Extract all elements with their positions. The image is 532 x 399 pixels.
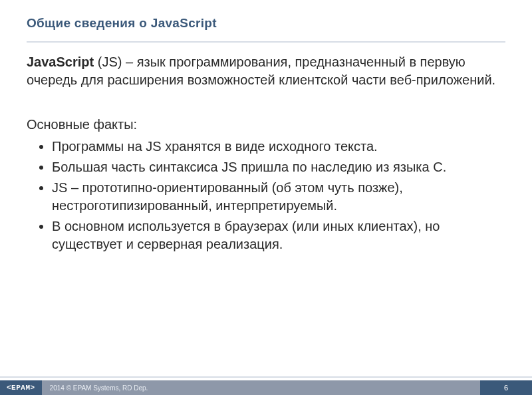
facts-list: Программы на JS хранятся в виде исходног… [27,138,505,253]
slide-content: JavaScript (JS) – язык программирования,… [0,43,532,256]
slide: Общие сведения о JavaScript JavaScript (… [0,0,532,399]
page-number: 6 [480,380,532,395]
footer-divider [0,376,532,378]
definition-text: (JS) – язык программирования, предназнач… [27,55,495,87]
footer-copyright: 2014 © EPAM Systems, RD Dep. [42,380,480,395]
list-item: В основном используется в браузерах (или… [52,217,505,253]
list-item: Программы на JS хранятся в виде исходног… [52,138,505,156]
list-item: JS – прототипно-ориентированный (об этом… [52,179,505,215]
slide-title: Общие сведения о JavaScript [27,16,505,31]
epam-logo: <EPAM> [0,380,42,395]
slide-footer: <EPAM> 2014 © EPAM Systems, RD Dep. 6 [0,376,532,399]
footer-bar: <EPAM> 2014 © EPAM Systems, RD Dep. 6 [0,380,532,395]
slide-header: Общие сведения о JavaScript [0,0,532,37]
term-bold: JavaScript [27,55,94,69]
list-item: Большая часть синтаксиса JS пришла по на… [52,158,505,176]
definition-paragraph: JavaScript (JS) – язык программирования,… [27,53,505,89]
facts-subhead: Основные факты: [27,116,505,134]
